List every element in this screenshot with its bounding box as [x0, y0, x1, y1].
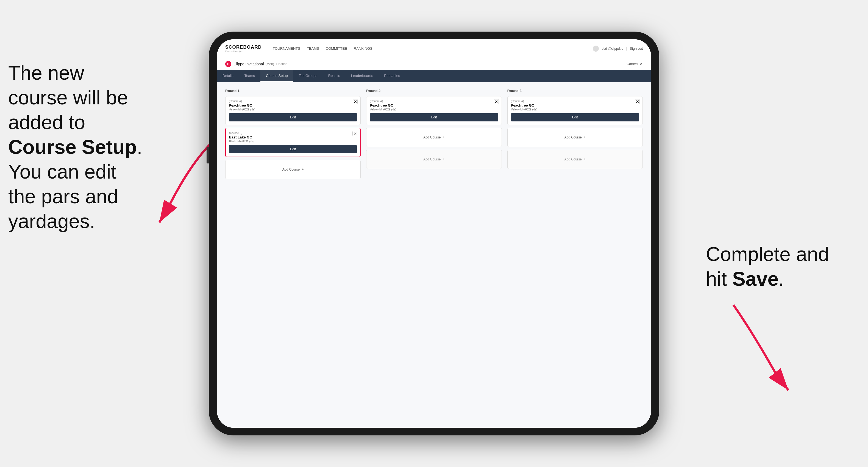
nav-items: TOURNAMENTS TEAMS COMMITTEE RANKINGS	[273, 45, 585, 52]
round1-course-a-card: ✕ (Course A) Peachtree GC Yellow (M) (66…	[225, 96, 361, 125]
round3-course-a-tag: (Course A)	[511, 100, 639, 103]
round3-course-a-card: ✕ (Course A) Peachtree GC Yellow (M) (66…	[507, 96, 643, 125]
nav-committee[interactable]: COMMITTEE	[326, 45, 347, 52]
round2-course-a-remove-icon[interactable]: ✕	[494, 99, 499, 104]
round-2-label: Round 2	[366, 89, 502, 93]
nav-tournaments[interactable]: TOURNAMENTS	[273, 45, 300, 52]
annotation-line1: The new	[8, 62, 84, 84]
round1-course-a-tag: (Course A)	[229, 100, 357, 103]
tab-results[interactable]: Results	[323, 70, 346, 82]
tournament-gender: (Men)	[266, 62, 274, 66]
round2-add-course-disabled: Add Course +	[366, 150, 502, 169]
annotation-line4-bold: Course Setup	[8, 136, 137, 158]
tablet-side-button	[207, 147, 209, 163]
app-content: SCOREBOARD Powered by clippd TOURNAMENTS…	[217, 39, 651, 428]
round3-course-a-remove-icon[interactable]: ✕	[635, 99, 640, 104]
round1-course-b-remove-icon[interactable]: ✕	[352, 131, 358, 136]
round3-add-course-text: Add Course +	[564, 135, 586, 139]
top-nav: SCOREBOARD Powered by clippd TOURNAMENTS…	[217, 39, 651, 58]
tab-course-setup[interactable]: Course Setup	[260, 70, 293, 82]
round1-course-b-detail: Black (M) (6891 yds)	[229, 140, 357, 143]
round1-course-a-name: Peachtree GC	[229, 103, 357, 107]
annotation-line2: course will be	[8, 87, 128, 108]
round1-course-a-edit-button[interactable]: Edit	[229, 113, 357, 121]
round3-course-a-detail: Yellow (M) (6629 yds)	[511, 108, 639, 111]
round1-course-b-name: East Lake GC	[229, 135, 357, 139]
main-content: Round 1 ✕ (Course A) Peachtree GC Yellow…	[217, 82, 651, 428]
user-avatar	[593, 45, 599, 52]
tablet-screen: SCOREBOARD Powered by clippd TOURNAMENTS…	[217, 39, 651, 428]
round2-add-course-disabled-text: Add Course +	[423, 157, 445, 161]
round2-course-a-card: ✕ (Course A) Peachtree GC Yellow (M) (66…	[366, 96, 502, 125]
tournament-status: Hosting	[276, 62, 288, 66]
annotation-line6: the pars and	[8, 185, 118, 208]
tab-details[interactable]: Details	[217, 70, 239, 82]
round1-course-a-detail: Yellow (M) (6629 yds)	[229, 108, 357, 111]
round2-course-a-tag: (Course A)	[370, 100, 498, 103]
arrow-right-icon	[717, 300, 813, 396]
round2-course-a-name: Peachtree GC	[370, 103, 498, 107]
round3-add-course-disabled: Add Course +	[507, 150, 643, 169]
annotation-line3: added to	[8, 111, 85, 133]
logo-sub-text: Powered by clippd	[225, 50, 262, 53]
cancel-button[interactable]: Cancel ✕	[626, 62, 643, 66]
annotation-right: Complete and hit Save.	[706, 242, 860, 291]
tablet-shell: SCOREBOARD Powered by clippd TOURNAMENTS…	[209, 32, 659, 435]
round1-course-b-card: ✕ (Course B) East Lake GC Black (M) (689…	[225, 128, 361, 157]
annotation-right-line2-plain: hit	[706, 268, 732, 290]
sign-out-link[interactable]: Sign out	[629, 45, 643, 52]
tournament-name: Clippd Invitational	[234, 62, 264, 66]
annotation-right-line1: Complete and	[706, 243, 829, 265]
nav-teams[interactable]: TEAMS	[307, 45, 319, 52]
round-1-label: Round 1	[225, 89, 361, 93]
user-email: blair@clippd.io	[601, 47, 623, 51]
round1-add-course-button[interactable]: Add Course +	[225, 160, 361, 179]
round2-course-a-detail: Yellow (M) (6629 yds)	[370, 108, 498, 111]
round1-add-course-text: Add Course +	[282, 167, 304, 172]
round-3-column: Round 3 ✕ (Course A) Peachtree GC Yellow…	[507, 89, 643, 182]
round3-add-course-disabled-text: Add Course +	[564, 157, 586, 161]
round-2-column: Round 2 ✕ (Course A) Peachtree GC Yellow…	[366, 89, 502, 182]
nav-rankings[interactable]: RANKINGS	[354, 45, 372, 52]
annotation-right-end: .	[778, 268, 784, 290]
tab-bar: Details Teams Course Setup Tee Groups Re…	[217, 70, 651, 82]
tab-printables[interactable]: Printables	[378, 70, 405, 82]
sub-header: C Clippd Invitational (Men) Hosting Canc…	[217, 58, 651, 70]
round3-course-a-name: Peachtree GC	[511, 103, 639, 107]
round3-add-course-button[interactable]: Add Course +	[507, 128, 643, 147]
round1-course-b-tag: (Course B)	[229, 132, 357, 134]
round-1-column: Round 1 ✕ (Course A) Peachtree GC Yellow…	[225, 89, 361, 182]
round3-course-a-edit-button[interactable]: Edit	[511, 113, 639, 121]
round-3-label: Round 3	[507, 89, 643, 93]
annotation-line7: yardages.	[8, 210, 95, 232]
tab-tee-groups[interactable]: Tee Groups	[293, 70, 323, 82]
tab-leaderboards[interactable]: Leaderboards	[346, 70, 378, 82]
logo-main-text: SCOREBOARD	[225, 44, 262, 50]
rounds-grid: Round 1 ✕ (Course A) Peachtree GC Yellow…	[225, 89, 643, 182]
tab-teams[interactable]: Teams	[239, 70, 260, 82]
round2-course-a-edit-button[interactable]: Edit	[370, 113, 498, 121]
round2-add-course-button[interactable]: Add Course +	[366, 128, 502, 147]
round1-course-a-remove-icon[interactable]: ✕	[353, 99, 358, 104]
round1-course-b-edit-button[interactable]: Edit	[229, 145, 357, 153]
nav-right: blair@clippd.io | Sign out	[593, 45, 643, 52]
scoreboard-logo: SCOREBOARD Powered by clippd	[225, 44, 262, 53]
annotation-right-bold: Save	[732, 268, 778, 290]
round2-add-course-text: Add Course +	[423, 135, 445, 139]
tournament-logo: C	[225, 61, 231, 67]
annotation-line5: You can edit	[8, 161, 117, 183]
